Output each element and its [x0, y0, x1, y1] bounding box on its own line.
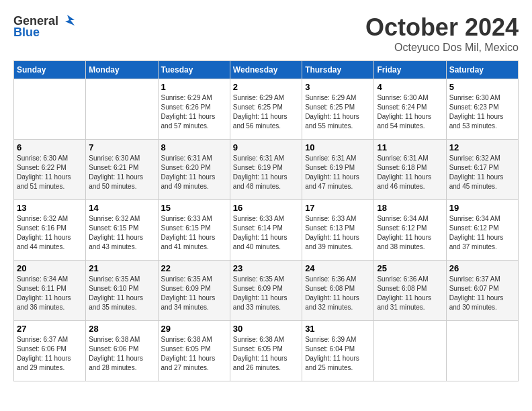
calendar-cell: 19Sunrise: 6:34 AM Sunset: 6:12 PM Dayli… — [446, 200, 518, 261]
calendar-cell — [14, 79, 86, 140]
calendar-cell: 8Sunrise: 6:31 AM Sunset: 6:20 PM Daylig… — [158, 140, 230, 200]
calendar-cell: 14Sunrise: 6:32 AM Sunset: 6:15 PM Dayli… — [86, 200, 158, 261]
day-number: 8 — [161, 142, 227, 152]
day-number: 3 — [305, 82, 371, 92]
day-number: 15 — [161, 203, 227, 213]
day-number: 27 — [17, 324, 83, 334]
day-info: Sunrise: 6:30 AM Sunset: 6:24 PM Dayligh… — [377, 93, 443, 131]
title-block: October 2024 Octeyuco Dos Mil, Mexico — [365, 13, 519, 54]
day-number: 16 — [233, 203, 299, 213]
day-number: 2 — [233, 82, 299, 92]
day-number: 5 — [449, 82, 515, 92]
calendar-cell: 13Sunrise: 6:32 AM Sunset: 6:16 PM Dayli… — [14, 200, 86, 261]
day-info: Sunrise: 6:32 AM Sunset: 6:17 PM Dayligh… — [449, 154, 515, 191]
calendar-cell: 29Sunrise: 6:38 AM Sunset: 6:05 PM Dayli… — [158, 321, 230, 381]
day-info: Sunrise: 6:34 AM Sunset: 6:12 PM Dayligh… — [377, 214, 443, 252]
calendar-cell: 17Sunrise: 6:33 AM Sunset: 6:13 PM Dayli… — [302, 200, 374, 261]
calendar-cell: 21Sunrise: 6:35 AM Sunset: 6:10 PM Dayli… — [86, 261, 158, 321]
weekday-header-monday: Monday — [86, 61, 158, 79]
day-info: Sunrise: 6:37 AM Sunset: 6:07 PM Dayligh… — [449, 275, 515, 312]
week-row-1: 1Sunrise: 6:29 AM Sunset: 6:26 PM Daylig… — [14, 79, 519, 140]
weekday-header-friday: Friday — [374, 61, 446, 79]
day-number: 23 — [233, 263, 299, 273]
day-number: 12 — [449, 142, 515, 152]
week-row-5: 27Sunrise: 6:37 AM Sunset: 6:06 PM Dayli… — [14, 321, 519, 381]
calendar-cell: 27Sunrise: 6:37 AM Sunset: 6:06 PM Dayli… — [14, 321, 86, 381]
logo: General Blue — [13, 13, 75, 40]
page-header: General Blue October 2024 Octeyuco Dos M… — [13, 13, 519, 54]
day-info: Sunrise: 6:35 AM Sunset: 6:09 PM Dayligh… — [233, 275, 299, 312]
weekday-header-sunday: Sunday — [14, 61, 86, 79]
svg-marker-0 — [65, 15, 75, 26]
day-info: Sunrise: 6:38 AM Sunset: 6:05 PM Dayligh… — [233, 335, 299, 373]
day-number: 18 — [377, 203, 443, 213]
weekday-header-tuesday: Tuesday — [158, 61, 230, 79]
day-info: Sunrise: 6:32 AM Sunset: 6:15 PM Dayligh… — [89, 214, 154, 252]
week-row-4: 20Sunrise: 6:34 AM Sunset: 6:11 PM Dayli… — [14, 261, 519, 321]
day-info: Sunrise: 6:30 AM Sunset: 6:21 PM Dayligh… — [89, 154, 154, 191]
location-title: Octeyuco Dos Mil, Mexico — [365, 42, 519, 54]
calendar-cell: 3Sunrise: 6:29 AM Sunset: 6:25 PM Daylig… — [302, 79, 374, 140]
day-number: 11 — [377, 142, 443, 152]
day-info: Sunrise: 6:38 AM Sunset: 6:06 PM Dayligh… — [89, 335, 154, 373]
weekday-header-thursday: Thursday — [302, 61, 374, 79]
calendar-cell: 7Sunrise: 6:30 AM Sunset: 6:21 PM Daylig… — [86, 140, 158, 200]
day-number: 14 — [89, 203, 154, 213]
day-info: Sunrise: 6:38 AM Sunset: 6:05 PM Dayligh… — [161, 335, 227, 373]
day-info: Sunrise: 6:31 AM Sunset: 6:18 PM Dayligh… — [377, 154, 443, 191]
day-info: Sunrise: 6:31 AM Sunset: 6:20 PM Dayligh… — [161, 154, 227, 191]
calendar-cell: 23Sunrise: 6:35 AM Sunset: 6:09 PM Dayli… — [230, 261, 302, 321]
day-info: Sunrise: 6:35 AM Sunset: 6:09 PM Dayligh… — [161, 275, 227, 312]
day-number: 9 — [233, 142, 299, 152]
day-info: Sunrise: 6:33 AM Sunset: 6:13 PM Dayligh… — [305, 214, 371, 252]
day-info: Sunrise: 6:29 AM Sunset: 6:25 PM Dayligh… — [233, 93, 299, 131]
day-number: 29 — [161, 324, 227, 334]
weekday-header-row: SundayMondayTuesdayWednesdayThursdayFrid… — [14, 61, 519, 79]
week-row-2: 6Sunrise: 6:30 AM Sunset: 6:22 PM Daylig… — [14, 140, 519, 200]
day-info: Sunrise: 6:29 AM Sunset: 6:25 PM Dayligh… — [305, 93, 371, 131]
calendar-cell: 20Sunrise: 6:34 AM Sunset: 6:11 PM Dayli… — [14, 261, 86, 321]
day-info: Sunrise: 6:29 AM Sunset: 6:26 PM Dayligh… — [161, 93, 227, 131]
calendar-cell: 30Sunrise: 6:38 AM Sunset: 6:05 PM Dayli… — [230, 321, 302, 381]
day-info: Sunrise: 6:32 AM Sunset: 6:16 PM Dayligh… — [17, 214, 83, 252]
day-number: 30 — [233, 324, 299, 334]
calendar-cell: 31Sunrise: 6:39 AM Sunset: 6:04 PM Dayli… — [302, 321, 374, 381]
logo-blue: Blue — [13, 26, 40, 40]
calendar-cell: 5Sunrise: 6:30 AM Sunset: 6:23 PM Daylig… — [446, 79, 518, 140]
weekday-header-saturday: Saturday — [446, 61, 518, 79]
calendar-cell: 15Sunrise: 6:33 AM Sunset: 6:15 PM Dayli… — [158, 200, 230, 261]
month-title: October 2024 — [365, 13, 519, 42]
calendar-cell — [446, 321, 518, 381]
calendar-cell: 10Sunrise: 6:31 AM Sunset: 6:19 PM Dayli… — [302, 140, 374, 200]
day-info: Sunrise: 6:34 AM Sunset: 6:12 PM Dayligh… — [449, 214, 515, 252]
day-number: 6 — [17, 142, 83, 152]
calendar-cell: 26Sunrise: 6:37 AM Sunset: 6:07 PM Dayli… — [446, 261, 518, 321]
calendar-cell: 4Sunrise: 6:30 AM Sunset: 6:24 PM Daylig… — [374, 79, 446, 140]
day-number: 17 — [305, 203, 371, 213]
weekday-header-wednesday: Wednesday — [230, 61, 302, 79]
day-number: 4 — [377, 82, 443, 92]
calendar-cell: 6Sunrise: 6:30 AM Sunset: 6:22 PM Daylig… — [14, 140, 86, 200]
day-info: Sunrise: 6:33 AM Sunset: 6:14 PM Dayligh… — [233, 214, 299, 252]
day-info: Sunrise: 6:37 AM Sunset: 6:06 PM Dayligh… — [17, 335, 83, 373]
week-row-3: 13Sunrise: 6:32 AM Sunset: 6:16 PM Dayli… — [14, 200, 519, 261]
day-info: Sunrise: 6:36 AM Sunset: 6:08 PM Dayligh… — [305, 275, 371, 312]
calendar-cell: 2Sunrise: 6:29 AM Sunset: 6:25 PM Daylig… — [230, 79, 302, 140]
calendar-table: SundayMondayTuesdayWednesdayThursdayFrid… — [13, 60, 519, 381]
day-number: 20 — [17, 263, 83, 273]
day-number: 1 — [161, 82, 227, 92]
calendar-cell — [86, 79, 158, 140]
calendar-cell: 12Sunrise: 6:32 AM Sunset: 6:17 PM Dayli… — [446, 140, 518, 200]
day-number: 10 — [305, 142, 371, 152]
day-number: 7 — [89, 142, 154, 152]
day-info: Sunrise: 6:31 AM Sunset: 6:19 PM Dayligh… — [233, 154, 299, 191]
day-info: Sunrise: 6:33 AM Sunset: 6:15 PM Dayligh… — [161, 214, 227, 252]
day-info: Sunrise: 6:35 AM Sunset: 6:10 PM Dayligh… — [89, 275, 154, 312]
logo-bird-icon — [60, 13, 75, 28]
day-number: 25 — [377, 263, 443, 273]
day-number: 22 — [161, 263, 227, 273]
day-info: Sunrise: 6:39 AM Sunset: 6:04 PM Dayligh… — [305, 335, 371, 373]
day-number: 13 — [17, 203, 83, 213]
calendar-cell: 25Sunrise: 6:36 AM Sunset: 6:08 PM Dayli… — [374, 261, 446, 321]
calendar-cell: 18Sunrise: 6:34 AM Sunset: 6:12 PM Dayli… — [374, 200, 446, 261]
